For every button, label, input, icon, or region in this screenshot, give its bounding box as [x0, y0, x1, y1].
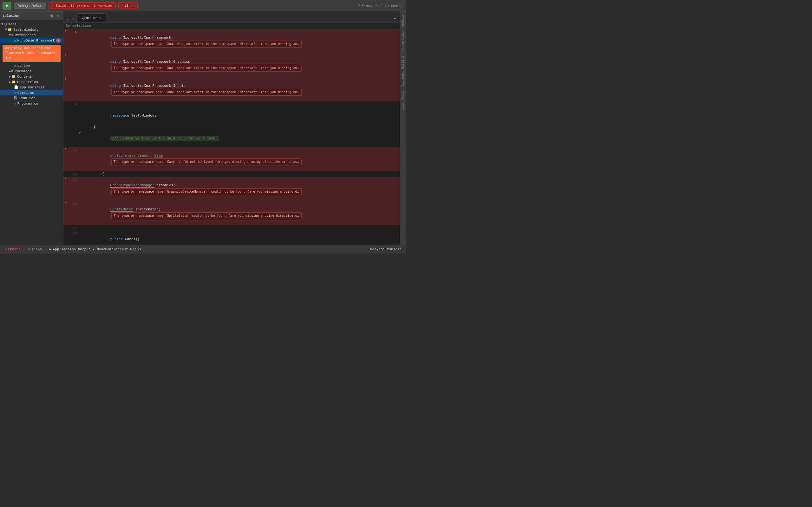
tree-item-programcs[interactable]: ◇ Program.cs — [0, 101, 63, 106]
code-content-12 — [84, 225, 400, 231]
code-content-8: public class Game1 : Game The type or na… — [84, 147, 400, 171]
code-line-7: ▶ /// <summary> This is the main type fo… — [63, 130, 400, 147]
properties-folder-icon: 📁 — [11, 80, 16, 84]
line-num-warn: ⚠ — [74, 30, 77, 34]
tree-content: ▼ ⬡ Test ▼ 📁 Test.Windows ▼ ⊕ References… — [0, 20, 63, 245]
expand-arrow-refs: ▼ — [9, 33, 11, 37]
info-icon: ⓘ — [131, 3, 135, 8]
sidebar-close-icon[interactable]: ✕ — [55, 13, 61, 18]
bottom-tasks-item[interactable]: ✓ Tasks — [26, 246, 44, 252]
code-content-11: SpriteBatch spriteBatch; The type or nam… — [84, 201, 400, 225]
code-content-10: GraphicsDeviceManager graphics; The type… — [84, 177, 400, 201]
line-num-12: 14 — [68, 225, 79, 231]
collapse-7[interactable]: ▶ — [79, 130, 84, 135]
tab-nav-next[interactable]: › — [71, 14, 76, 22]
tree-item-content[interactable]: ▶ 📁 Content — [0, 74, 63, 79]
bottom-pkg-console-item[interactable]: Package Console — [368, 247, 403, 252]
tree-item-system[interactable]: ◈ System — [0, 63, 63, 68]
bottom-error-icon: ✕ — [4, 247, 7, 251]
tab-game1cs[interactable]: Game1.cs ✕ — [77, 13, 105, 22]
editor-breadcrumb: No selection — [63, 22, 400, 29]
properties-panel-tab[interactable]: Properties — [401, 31, 405, 53]
tab-dropdown[interactable]: ▼ — [391, 16, 398, 22]
sidebar-collapse-icon[interactable]: ⊞ — [49, 13, 54, 18]
tree-item-test[interactable]: ▼ ⬡ Test — [0, 21, 63, 27]
error-badge: ✕ — [56, 38, 61, 43]
editor-tabs: ‹ › Game1.cs ✕ ▼ — [63, 11, 400, 22]
error-dot-10: ● — [65, 177, 67, 180]
tab-label-game1cs: Game1.cs — [81, 16, 97, 20]
search-hint[interactable]: ⌘ Press '⌘.' to search — [358, 3, 403, 8]
code-line-3: ● using Microsoft.Xna.Framework.Input; T… — [63, 77, 400, 101]
tab-close-icon[interactable]: ✕ — [99, 16, 101, 20]
tree-item-game1cs[interactable]: ◇ Game1.cs — [0, 90, 63, 95]
bottom-errors-item[interactable]: ✕ Errors — [3, 246, 22, 252]
bottom-tasks-label: Tasks — [32, 247, 42, 251]
editor-area: ‹ › Game1.cs ✕ ▼ No selection ● ⚠ — [63, 11, 400, 245]
error-dot-11: ● — [65, 201, 67, 205]
left-margin-10: ● — [63, 177, 68, 180]
toolbox-panel-tab[interactable]: Toolbox — [401, 13, 405, 30]
error-count-badge[interactable]: ✕ 13 ⓘ — [118, 2, 138, 9]
tree-item-iconico[interactable]: 🖼 Icon.ico — [0, 95, 63, 101]
code-content-3: using Microsoft.Xna.Framework.Input; The… — [84, 77, 400, 101]
code-line-13: 15 public Game1() — [63, 231, 400, 245]
line-num-13: 15 — [68, 231, 79, 236]
chevron-right-icon: › — [29, 4, 30, 8]
code-content-4 — [84, 101, 400, 107]
no-selection-text: No selection — [66, 24, 91, 27]
sidebar: Solution ⊞ ✕ ▼ ⬡ Test ▼ 📁 Test.Windows ▼ — [0, 11, 63, 245]
bottom-app-output-item[interactable]: ▶ Application Output - MonoGameMacTest.M… — [48, 246, 143, 252]
tree-label-properties: Properties — [17, 80, 38, 84]
debug-button[interactable]: Debug › Default — [14, 3, 46, 9]
code-line-5: namespace Test.Windows — [63, 107, 400, 124]
tree-item-properties[interactable]: ▶ 📁 Properties — [0, 79, 63, 84]
tree-label-testwindows: Test.Windows — [13, 28, 38, 32]
tree-label-monogame: MonoGame.Framework — [17, 39, 55, 43]
toolbar: ▶ Debug › Default ✕ Build: 13 errors, 1 … — [0, 0, 406, 11]
code-content-6: { — [84, 124, 400, 130]
assembly-tooltip: Assembly not found for framework .NET Fr… — [3, 45, 61, 62]
code-content-2: using Microsoft.Xna.Framework.Graphics; … — [84, 53, 400, 77]
tab-nav-prev[interactable]: ‹ — [65, 14, 70, 22]
tree-label-programcs: Program.cs — [17, 102, 38, 106]
tree-item-packages[interactable]: ▶ ⊡ Packages — [0, 68, 63, 74]
search-icon: ⌘ — [358, 3, 360, 8]
code-editor[interactable]: ● ⚠ using Microsoft.Xna.Framework; The t… — [63, 29, 400, 245]
tree-item-testwindows[interactable]: ▼ 📁 Test.Windows — [0, 27, 63, 32]
bottom-play-icon: ▶ — [49, 247, 52, 251]
tree-item-appmanifest[interactable]: 📄 app.manifest — [0, 84, 63, 90]
expand-arrow-content: ▶ — [9, 75, 11, 78]
line-num-11: 13 — [68, 201, 79, 207]
expand-arrow-props: ▶ — [9, 80, 11, 84]
tree-item-monogame[interactable]: ◈ MonoGame.Framework ✕ — [0, 38, 63, 43]
tree-item-references[interactable]: ▼ ⊕ References — [0, 32, 63, 38]
left-margin-11: ● — [63, 201, 68, 205]
line-num-10: 12 — [68, 177, 79, 182]
code-lines: ● ⚠ using Microsoft.Xna.Framework; The t… — [63, 29, 400, 245]
solution-title: Solution — [3, 14, 19, 18]
tree-label-test: Test — [8, 22, 16, 26]
left-margin-3: ● — [63, 77, 68, 81]
inline-error-3: The type or namespace name 'Xna' does no… — [111, 89, 302, 96]
error-dot-1: ● — [65, 29, 67, 33]
inline-error-1: The type or namespace name 'Xna' does no… — [111, 41, 302, 48]
unit-tests-tab[interactable]: Unit Tests — [401, 89, 405, 112]
tree-label-references: References — [15, 33, 36, 37]
play-button[interactable]: ▶ — [3, 2, 11, 9]
error-icon: ✕ — [52, 3, 54, 8]
line-num-1: ⚠ — [68, 29, 79, 35]
document-outline-tab[interactable]: Document Outline — [401, 54, 405, 88]
inline-error-11: The type or namespace name 'SpriteBatch'… — [111, 212, 302, 219]
expand-arrow: ▼ — [1, 22, 3, 26]
references-icon: ⊕ — [11, 33, 14, 37]
bottom-app-output-label: Application Output - MonoGameMacTest.Mac… — [53, 247, 141, 251]
code-content-7: /// <summary> This is the main type for … — [84, 130, 400, 147]
code-content-1: using Microsoft.Xna.Framework; The type … — [84, 29, 400, 53]
error-count-icon: ✕ — [121, 3, 123, 8]
code-line-9: 11 { — [63, 171, 400, 177]
build-error-badge[interactable]: ✕ Build: 13 errors, 1 warning — [49, 2, 116, 9]
error-dot-3: ● — [65, 77, 67, 81]
tree-label-packages: Packages — [15, 69, 32, 73]
right-panels: Toolbox Properties Document Outline Unit… — [400, 11, 406, 245]
